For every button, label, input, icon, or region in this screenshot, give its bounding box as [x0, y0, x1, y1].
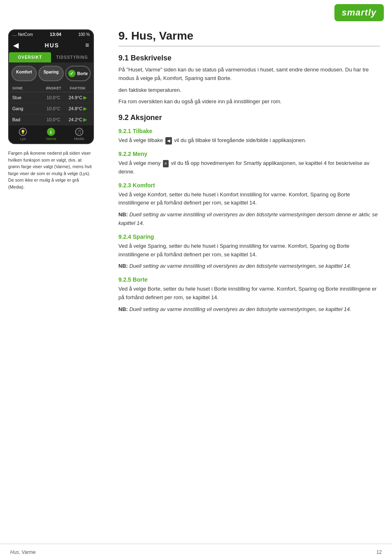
subsection-2-4-para1: Ved å velge Sparing, setter du hele huse… [118, 242, 380, 259]
nav-varme[interactable]: 🌡 Varme [37, 128, 65, 141]
section-1-heading: 9.1 Beskrivelse [118, 54, 380, 62]
temp-onsket-gang: 10.0°C [41, 106, 65, 111]
subsection-2-5-nb: NB: Duell setting av varme innstilling v… [118, 305, 380, 314]
page-footer: Hus, Varme 12 [0, 544, 392, 560]
subsection-2-1-text: Ved å velge tilbake ◀ vil du gå tilbake … [118, 136, 380, 145]
smartly-logo: smartly [334, 4, 384, 21]
phone-header: ◀ HUS ≡ [9, 38, 93, 52]
mode-borte[interactable]: ✓ Borte [65, 66, 91, 81]
col-onsket-header: ØNSKET [41, 86, 65, 90]
table-row[interactable]: Stue 10.0°C 24.9°C ▶ [9, 92, 93, 103]
back-button[interactable]: ◀ [13, 41, 19, 50]
right-column: 9. Hus, Varme 9.1 Beskrivelse På "Huset,… [114, 29, 380, 317]
col-sone-header: SONE [12, 86, 41, 90]
nav-lys[interactable]: 💡 Lys [9, 128, 37, 141]
phone-tabs: OVERSIKT TIDSSTYRING [9, 52, 93, 62]
mode-buttons: Komfort Sparing ✓ Borte [9, 62, 93, 84]
subsection-2-2-text: Ved å velge meny ≡ vil du få opp hovedme… [118, 159, 380, 176]
footer-left: Hus, Varme [10, 549, 36, 555]
carrier-text: .... NetCom [12, 32, 33, 37]
phone-status-bar: .... NetCom 13:04 100 % [9, 30, 93, 38]
media-icon: 🎵 [75, 128, 83, 136]
page-title: 9. Hus, Varme [118, 29, 380, 47]
menu-button[interactable]: ≡ [85, 42, 89, 49]
subsection-2-3-heading: 9.2.3 Komfort [118, 182, 380, 189]
footer-page-number: 12 [376, 549, 382, 555]
subsection-2-2-heading: 9.2.2 Meny [118, 151, 380, 157]
section-1-para3: Fra rom oversikten kan du også gå videre… [118, 98, 380, 106]
section-2-heading: 9.2 Aksjoner [118, 113, 380, 122]
bottom-nav: 💡 Lys 🌡 Varme 🎵 Media [9, 125, 93, 143]
nav-media[interactable]: 🎵 Media [65, 128, 93, 141]
section-1-para1: På "Huset, Varme" siden kan du se status… [118, 66, 380, 83]
menu-inline-icon: ≡ [163, 160, 169, 167]
arrow-icon: ▶ [83, 106, 87, 111]
temp-faktisk-stue: 24.9°C ▶ [66, 95, 90, 100]
footer-italic: Hus [10, 549, 19, 555]
logo-text: smartly [342, 7, 376, 18]
temp-onsket-bad: 10.0°C [41, 117, 65, 122]
tab-oversikt[interactable]: OVERSIKT [9, 52, 51, 62]
left-column: .... NetCom 13:04 100 % ◀ HUS ≡ OVERSIKT… [8, 29, 102, 317]
table-header: SONE ØNSKET FAKTISK [9, 84, 93, 92]
temp-onsket-stue: 10.0°C [41, 95, 65, 100]
subsection-2-4-nb: NB: Duell setting av varme innstilling v… [118, 262, 380, 271]
arrow-icon: ▶ [83, 117, 87, 122]
col-faktisk-header: FAKTISK [66, 86, 90, 90]
temp-faktisk-gang: 24.8°C ▶ [66, 106, 90, 111]
phone-caption: Fargen på ikonene nederst på siden viser… [8, 150, 94, 190]
subsection-2-3-para1: Ved å velge Komfort, setter du hele huse… [118, 191, 380, 208]
battery-indicator: 100 % [78, 32, 90, 37]
temp-faktisk-bad: 24.2°C ▶ [66, 117, 90, 122]
section-1-para2: den faktiske temperaturen. [118, 86, 380, 95]
subsection-2-5-para1: Ved å velge Borte, setter du hele huset … [118, 285, 380, 302]
arrow-icon: ▶ [83, 95, 87, 100]
room-gang: Gang [12, 106, 41, 111]
main-content: .... NetCom 13:04 100 % ◀ HUS ≡ OVERSIKT… [0, 25, 392, 329]
back-inline-icon: ◀ [165, 137, 172, 144]
subsection-2-4-heading: 9.2.4 Sparing [118, 233, 380, 240]
table-row[interactable]: Gang 10.0°C 24.8°C ▶ [9, 103, 93, 114]
phone-screenshot: .... NetCom 13:04 100 % ◀ HUS ≡ OVERSIKT… [8, 29, 94, 144]
subsection-2-5-heading: 9.2.5 Borte [118, 276, 380, 283]
footer-separator: , [19, 549, 22, 555]
tab-tidsstyring[interactable]: TIDSSTYRING [51, 52, 93, 62]
mode-komfort[interactable]: Komfort [11, 66, 37, 81]
subsection-2-1-heading: 9.2.1 Tilbake [118, 128, 380, 134]
subsection-2-3-nb: NB: Duell setting av varme innstilling v… [118, 211, 380, 228]
footer-text: Varme [22, 549, 36, 555]
phone-title: HUS [45, 42, 60, 49]
mode-sparing[interactable]: Sparing [38, 66, 64, 81]
room-stue: Stue [12, 95, 41, 100]
checkmark-icon: ✓ [68, 70, 76, 77]
room-bad: Bad [12, 117, 41, 122]
page-header: smartly [0, 0, 392, 25]
varme-icon: 🌡 [47, 128, 55, 136]
lys-icon: 💡 [19, 128, 27, 136]
table-row[interactable]: Bad 10.0°C 24.2°C ▶ [9, 114, 93, 125]
time-display: 13:04 [50, 32, 61, 37]
